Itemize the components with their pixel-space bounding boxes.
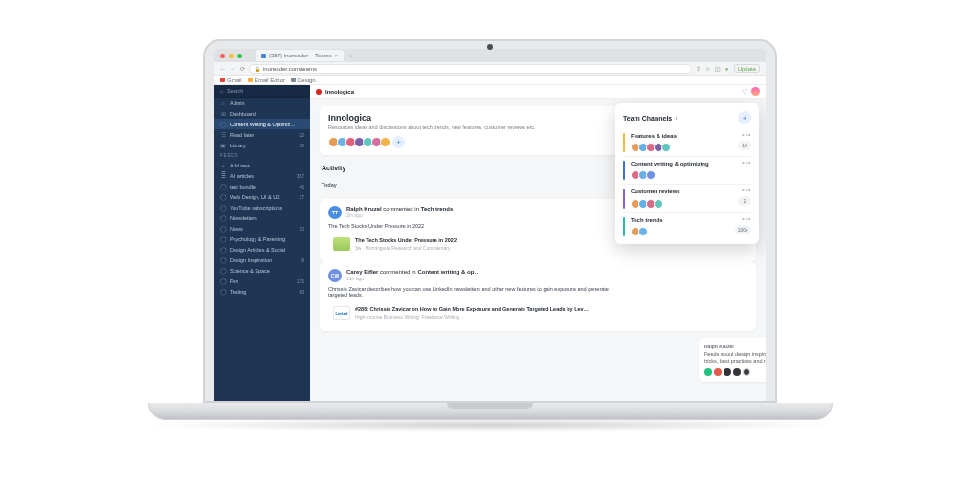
sidebar-item[interactable]: ▣Library10 <box>214 140 310 150</box>
nav-back-icon[interactable]: ← <box>220 66 226 72</box>
activity-story[interactable]: Linked #286: Chrissie Zavicar on How to … <box>328 301 612 324</box>
activity-avatar[interactable]: CW <box>328 269 342 282</box>
update-button[interactable]: Update <box>734 64 760 73</box>
tab-favicon <box>261 54 266 58</box>
channel-avatars <box>631 199 732 209</box>
ext-icon[interactable]: ◫ <box>715 65 721 72</box>
add-member-button[interactable]: + <box>392 136 405 148</box>
notifications-icon[interactable]: ♡ <box>742 88 747 96</box>
sidebar-item[interactable]: ◯Content Writing & Optimiz… <box>214 119 310 129</box>
user-avatar[interactable] <box>751 87 760 96</box>
sidebar-item-count: 22 <box>299 132 304 138</box>
sidebar-item-icon: ≣ <box>220 173 226 179</box>
add-channel-button[interactable]: + <box>738 111 751 124</box>
bookmark-item[interactable]: Email Editor <box>248 78 285 83</box>
related-text: Feeds about design inspiration, tips & t… <box>704 351 766 365</box>
avatar <box>661 143 671 152</box>
window-min-dot[interactable] <box>229 54 234 58</box>
sidebar-item-icon: + <box>220 163 226 168</box>
sidebar-item[interactable]: +Add new <box>214 160 310 170</box>
sidebar-item[interactable]: ◯Science & Space <box>214 265 310 276</box>
sidebar-item-icon: ⌂ <box>220 100 226 106</box>
sidebar-item[interactable]: ◯Web Design, UI & UX37 <box>214 191 310 202</box>
related-icons <box>704 368 766 376</box>
sidebar-item[interactable]: ☰Read later22 <box>214 129 310 140</box>
activity-time: 11h ago <box>346 276 479 281</box>
sidebar-item[interactable]: ◯YouTube subscriptions <box>214 202 310 212</box>
channel-menu-icon[interactable]: ••• <box>742 161 751 165</box>
sidebar-search[interactable]: ⌕ Search <box>214 85 310 98</box>
channel-menu-icon[interactable]: ••• <box>742 133 751 137</box>
window-max-dot[interactable] <box>237 54 242 58</box>
related-feed-card[interactable]: Ralph Kruzel Feeds about design inspirat… <box>699 338 766 382</box>
sidebar-item[interactable]: ◯Newsletters <box>214 212 310 223</box>
sidebar-item[interactable]: ≣All articles387 <box>214 170 310 181</box>
sidebar-item-icon: ◯ <box>220 226 226 232</box>
channel-item[interactable]: Content writing & optimizing ••• <box>623 156 751 184</box>
activity-comment: The Tech Stocks Under Pressure in 2022 <box>328 223 612 229</box>
sidebar-item-label: Fun <box>230 278 238 284</box>
sidebar-item[interactable]: ◯test bundle46 <box>214 181 310 191</box>
nav-fwd-icon[interactable]: → <box>230 66 235 72</box>
sidebar-item[interactable]: ⌂Admin <box>214 98 310 108</box>
window-close-dot[interactable] <box>220 54 225 58</box>
channel-avatars <box>631 143 732 152</box>
channel-item[interactable]: Features & ideas •••10 <box>623 129 751 156</box>
sidebar-item[interactable]: ◯News30 <box>214 223 310 234</box>
bookmark-label: Gmail <box>227 78 242 83</box>
browser-tab[interactable]: (387) Inoreader – Teams × <box>256 50 344 61</box>
sidebar-item-icon: ◯ <box>220 278 226 284</box>
sidebar-item[interactable]: ◯Fun175 <box>214 276 310 286</box>
laptop-base <box>148 403 833 420</box>
activity-avatar[interactable]: TT <box>328 206 342 219</box>
chevron-right-icon: › <box>675 115 677 122</box>
share-icon[interactable]: ⇪ <box>696 65 702 72</box>
sidebar-item[interactable]: ◯Testing60 <box>214 286 310 297</box>
url-text: inoreader.com/teams <box>263 66 317 72</box>
sidebar-item-label: Admin <box>230 100 245 106</box>
avatar <box>638 227 648 236</box>
bookmark-icon <box>291 78 296 82</box>
sidebar-item-icon: ▣ <box>220 143 226 148</box>
url-field[interactable]: 🔒 inoreader.com/teams <box>249 64 692 74</box>
bookmark-item[interactable]: Gmail <box>220 78 242 83</box>
nav-reload-icon[interactable]: ⟳ <box>239 65 245 72</box>
bookmark-icon <box>248 78 253 82</box>
team-avatars: + <box>328 136 612 148</box>
sidebar-item-label: YouTube subscriptions <box>230 205 282 211</box>
sidebar-item[interactable]: ◯Design Articles & Social <box>214 244 310 255</box>
sidebar-item[interactable]: ⊞Dashboard <box>214 108 310 119</box>
sidebar-item-label: News <box>230 226 243 232</box>
channel-avatars <box>631 170 736 180</box>
channel-menu-icon[interactable]: ••• <box>742 189 751 192</box>
bookmark-item[interactable]: Design <box>291 78 316 83</box>
channel-item[interactable]: Tech trends •••100+ <box>623 212 751 240</box>
tab-close-icon[interactable]: × <box>335 53 339 58</box>
camera-dot <box>487 44 493 50</box>
laptop-mockup: (387) Inoreader – Teams × + ← → ⟳ 🔒 inor… <box>141 39 839 451</box>
profile-icon[interactable]: ● <box>724 66 730 72</box>
activity-story[interactable]: The Tech Stocks Under Pressure in 2022 3… <box>328 233 612 256</box>
sidebar-item-icon: ◯ <box>220 194 226 200</box>
sidebar-feeds-header: FEEDS <box>214 150 310 160</box>
sidebar-item-label: Add new <box>230 163 250 168</box>
app-brand: Innologica <box>325 89 354 95</box>
bookmarks-bar: GmailEmail EditorDesign <box>214 76 766 85</box>
new-tab-button[interactable]: + <box>347 53 355 58</box>
channel-count: 10 <box>738 141 751 150</box>
channel-item[interactable]: Customer reviews •••2 <box>623 184 751 212</box>
channel-color-bar <box>623 189 625 208</box>
sidebar-item-count: 10 <box>299 143 304 148</box>
avatar[interactable] <box>380 137 390 147</box>
sidebar-item-count: 175 <box>297 278 304 284</box>
sidebar-item-label: Web Design, UI & UX <box>230 194 280 200</box>
brand-dot <box>316 89 322 95</box>
channel-menu-icon[interactable]: ••• <box>742 217 751 221</box>
sidebar-item[interactable]: ◯Psychology & Parenting <box>214 234 310 244</box>
sidebar-item[interactable]: ◯Design Inspiration9 <box>214 255 310 265</box>
sidebar-item-label: Library <box>230 143 246 148</box>
sidebar-item-count: 60 <box>299 289 304 295</box>
sidebar-item-icon: ⊞ <box>220 111 226 117</box>
story-thumbnail: Linked <box>333 306 350 320</box>
star-icon[interactable]: ☆ <box>705 65 711 72</box>
